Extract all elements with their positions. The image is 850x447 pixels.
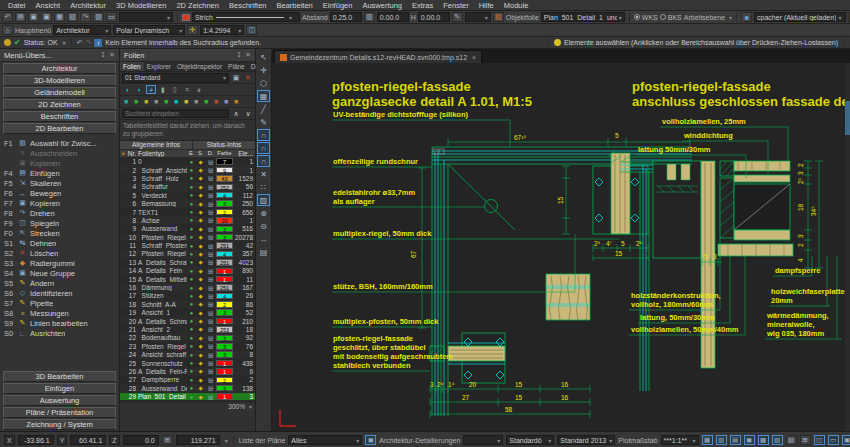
sidebar-tool-item[interactable]: S8 ≡ Messungen: [0, 308, 119, 318]
objektfolie-dropdown[interactable]: Plan_501_Detail_1_unc▾: [541, 12, 625, 22]
save-standard-icon[interactable]: ▣: [231, 73, 241, 82]
visible-icon[interactable]: ●: [187, 201, 196, 207]
col-d[interactable]: D.: [205, 150, 216, 156]
folien-row[interactable]: 6 _Bemassung ● ◆ ▤ 3 250: [120, 200, 255, 208]
sidebar-tool-item[interactable]: F4 ▤ Einfügen: [0, 168, 119, 178]
undo-icon[interactable]: ↶: [2, 12, 13, 22]
detail-dropdown[interactable]: ▾: [463, 435, 503, 445]
menu-item[interactable]: Beschriften: [224, 0, 272, 11]
sidebar-section-button[interactable]: Pläne / Präsentation: [3, 407, 116, 418]
mode-dropdown[interactable]: Architektur▾: [53, 25, 111, 35]
arc3-tool-icon[interactable]: ∩: [257, 155, 270, 167]
standard-dropdown-1[interactable]: Standardö▾: [506, 435, 554, 445]
pin-icon[interactable]: ↧: [236, 51, 242, 59]
zoom-in-icon[interactable]: ⊕: [257, 207, 270, 219]
lock-state-icon[interactable]: ◆: [196, 285, 205, 291]
folien-row[interactable]: 12 _Pfosten_Riegel_Glas ● ◆ ▤ 4 357: [120, 250, 255, 258]
folien-row[interactable]: 24 _Ansicht_schraff ● ◆ ▤ 3 8: [120, 351, 255, 359]
folien-tool-icon[interactable]: ■: [202, 97, 210, 106]
statusbar-tool-icon[interactable]: ▨: [772, 435, 783, 445]
visible-icon[interactable]: ●: [187, 335, 196, 341]
sidebar-section-button[interactable]: 3D Bearbeiten: [3, 371, 116, 382]
lock-state-icon[interactable]: ◆: [196, 368, 205, 374]
lock-state-icon[interactable]: ◆: [196, 326, 205, 332]
color-swatch[interactable]: 1: [216, 393, 233, 400]
statusbar-tool-icon[interactable]: ▩: [758, 435, 769, 445]
print-icon[interactable]: ▤: [205, 394, 216, 400]
menu-item[interactable]: Fenster: [438, 0, 473, 11]
sidebar-tool-item[interactable]: S6 ◇ Identifizieren: [0, 288, 119, 298]
folien-row[interactable]: 19 _Ansicht_1 ● ◆ ▤ 3 52: [120, 309, 255, 317]
color-swatch[interactable]: 4: [216, 293, 233, 300]
palette-zoom-arrow[interactable]: ▾: [249, 403, 252, 410]
print-icon[interactable]: ▤: [205, 217, 216, 223]
sidebar-category-button[interactable]: Geländemodell: [3, 87, 116, 98]
visible-icon[interactable]: ●: [187, 159, 196, 165]
color-swatch[interactable]: 3: [216, 234, 233, 241]
folien-tool-icon[interactable]: ≡: [182, 85, 192, 94]
statusbar-tool-icon[interactable]: ▣: [744, 435, 755, 445]
visible-icon[interactable]: ●: [187, 377, 196, 383]
print-icon[interactable]: ▤: [205, 285, 216, 291]
color-swatch[interactable]: 1: [216, 318, 233, 325]
points-tool-icon[interactable]: ∷: [257, 181, 270, 193]
folien-tool-icon[interactable]: ■: [192, 97, 200, 106]
delete-tool-icon[interactable]: ✕: [257, 168, 270, 180]
color-swatch[interactable]: 252: [216, 184, 233, 191]
folien-row[interactable]: 22 _Bodenaufbau ● ◆ ▤ 3 92: [120, 334, 255, 342]
lock-state-icon[interactable]: ◆: [196, 268, 205, 274]
folien-row[interactable]: 14 A_Details_Fein ● ◆ ▤ 1 890: [120, 267, 255, 275]
folien-row[interactable]: 5 _Verdeckt ● ◆ ▤ 4 112: [120, 192, 255, 200]
lock-state-icon[interactable]: ◆: [196, 394, 205, 400]
line-tool-icon[interactable]: ╱: [257, 103, 270, 115]
tab-plaene[interactable]: Pläne: [225, 62, 248, 71]
statusbar-tool-icon[interactable]: ▥: [716, 435, 727, 445]
print-icon[interactable]: ▤: [205, 209, 216, 215]
color-swatch[interactable]: 20: [216, 217, 233, 224]
color-swatch[interactable]: 2: [216, 209, 233, 216]
folien-row[interactable]: 10 _Pfosten_Riegel ● ◆ ▤ 3 20278: [120, 234, 255, 242]
sidebar-tool-item[interactable]: S1 ↹ Dehnen: [0, 238, 119, 248]
lock-state-icon[interactable]: ◆: [196, 377, 205, 383]
visible-icon[interactable]: ●: [187, 285, 196, 291]
lock-state-icon[interactable]: ◆: [196, 209, 205, 215]
plan-list-dropdown[interactable]: Alles▾: [288, 435, 362, 445]
print-icon[interactable]: ▤: [205, 268, 216, 274]
sidebar-tool-item[interactable]: ✕ Ausschneiden: [0, 148, 119, 158]
angle-value[interactable]: 119.271: [176, 435, 220, 445]
print-icon[interactable]: ▤: [205, 175, 216, 181]
search-input[interactable]: [122, 109, 229, 118]
abstand-field[interactable]: 0.25.0: [330, 12, 362, 22]
visible-icon[interactable]: ●: [187, 175, 196, 181]
print-icon[interactable]: ▤: [205, 192, 216, 198]
print-icon[interactable]: ▤: [205, 301, 216, 307]
print-icon[interactable]: ▤: [205, 318, 216, 324]
col-elemente[interactable]: Ele...: [233, 150, 255, 157]
statusbar-tool-icon[interactable]: ▣: [842, 435, 850, 445]
tab-explorer[interactable]: Explorer: [144, 62, 174, 71]
color-swatch[interactable]: 3: [216, 226, 233, 233]
lock-state-icon[interactable]: ◆: [196, 167, 205, 173]
move-tool-icon[interactable]: ✛: [257, 64, 270, 76]
bks-radio[interactable]: [660, 14, 666, 20]
home-icon[interactable]: ⌂: [2, 25, 13, 35]
visible-icon[interactable]: ●: [187, 243, 196, 249]
lock-state-icon[interactable]: ◆: [196, 293, 205, 299]
print-icon[interactable]: ▤: [205, 310, 216, 316]
sidebar-tool-item[interactable]: F8 ↷ Drehen: [0, 208, 119, 218]
color-swatch[interactable]: 3: [216, 309, 233, 316]
statusbar-tool-icon[interactable]: ▦: [702, 435, 713, 445]
color-swatch[interactable]: 2: [216, 301, 233, 308]
angle-dropdown-arrow[interactable]: ▾: [225, 437, 228, 444]
sidebar-tool-item[interactable]: F5 ⇲ Skalieren: [0, 178, 119, 188]
print-icon[interactable]: ▤: [205, 251, 216, 257]
print-icon[interactable]: ▤: [205, 201, 216, 207]
pin-icon[interactable]: ↧: [100, 51, 106, 59]
color-swatch[interactable]: 3: [216, 343, 233, 350]
sidebar-section-button[interactable]: Einfügen: [3, 383, 116, 394]
menu-item[interactable]: Architektur: [65, 0, 111, 11]
forward-arrow-icon[interactable]: ↷: [85, 39, 91, 47]
col-farbe[interactable]: Farbe: [216, 150, 233, 157]
color-swatch[interactable]: 1: [216, 268, 233, 275]
color-swatch[interactable]: 4: [216, 251, 233, 258]
